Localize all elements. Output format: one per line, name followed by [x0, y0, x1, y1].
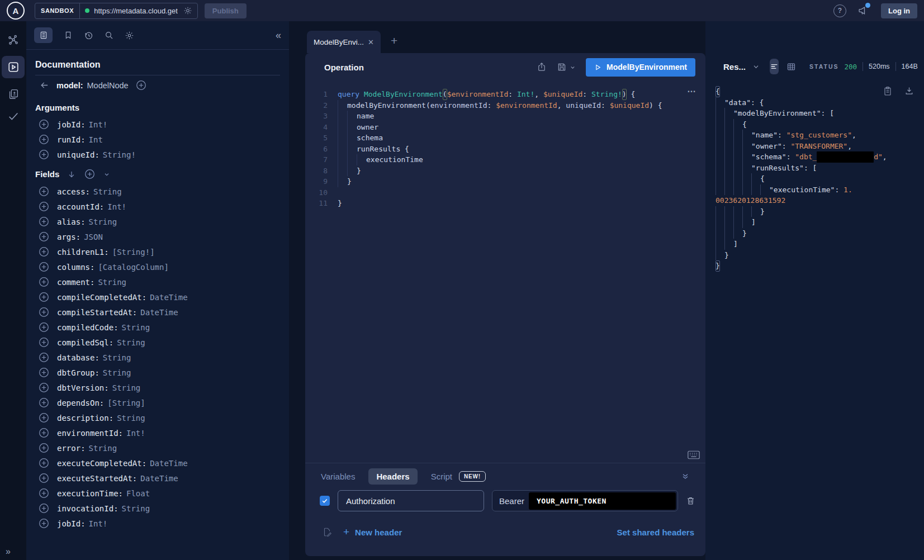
argument-type[interactable]: Int! [89, 120, 108, 129]
keyboard-shortcuts-icon[interactable] [688, 450, 700, 459]
add-to-query-plus-icon[interactable] [39, 149, 49, 160]
add-to-query-plus-icon[interactable] [39, 458, 49, 468]
field-type[interactable]: Int! [89, 519, 108, 528]
documentation-tab-icon[interactable] [34, 27, 53, 43]
tab-headers[interactable]: Headers [368, 468, 417, 485]
field-row[interactable]: invocationId:String [35, 503, 280, 514]
header-value-field[interactable]: Bearer YOUR_AUTH_TOKEN [492, 490, 678, 511]
share-operation-icon[interactable] [537, 62, 547, 72]
field-type[interactable]: [String] [107, 398, 145, 407]
editor-more-menu-icon[interactable]: … [687, 84, 696, 94]
field-row[interactable]: accountId:Int! [35, 201, 280, 212]
argument-type[interactable]: Int [89, 135, 103, 144]
back-arrow-icon[interactable] [40, 80, 49, 90]
field-row[interactable]: access:String [35, 186, 280, 197]
field-row[interactable]: dependsOn:[String] [35, 397, 280, 408]
add-to-query-plus-icon[interactable] [39, 412, 49, 423]
field-row[interactable]: args:JSON [35, 231, 280, 242]
bookmarks-icon[interactable] [64, 31, 73, 40]
field-type[interactable]: DateTime [150, 293, 187, 302]
field-type[interactable]: Float [126, 489, 150, 498]
argument-row[interactable]: uniqueId:String! [35, 149, 280, 160]
table-view-toggle[interactable] [786, 62, 796, 72]
field-row[interactable]: alias:String [35, 216, 280, 227]
endpoint-url[interactable]: https://metadata.cloud.get [94, 7, 178, 15]
field-row[interactable]: description:String [35, 412, 280, 423]
argument-row[interactable]: jobId:Int! [35, 119, 280, 130]
fields-menu-chevron-icon[interactable] [103, 171, 110, 178]
field-type[interactable]: String [89, 217, 117, 226]
endpoint-settings-gear-icon[interactable] [183, 6, 192, 15]
tab-variables[interactable]: Variables [321, 472, 355, 481]
collapse-panel-icon[interactable]: « [276, 30, 281, 41]
add-to-query-plus-icon[interactable] [39, 322, 49, 333]
copy-response-icon[interactable] [883, 86, 892, 96]
collapse-request-panel-icon[interactable] [681, 472, 690, 481]
login-button[interactable]: Log in [881, 3, 917, 18]
close-tab-icon[interactable]: ✕ [368, 38, 374, 46]
add-to-query-plus-icon[interactable] [39, 443, 49, 453]
field-row[interactable]: comment:String [35, 277, 280, 287]
field-row[interactable]: jobId:Int! [35, 518, 280, 529]
field-row[interactable]: database:String [35, 352, 280, 363]
add-to-query-plus-icon[interactable] [39, 397, 49, 408]
add-to-query-plus-icon[interactable] [39, 307, 49, 317]
argument-row[interactable]: runId:Int [35, 134, 280, 145]
field-type[interactable]: String [103, 368, 131, 377]
field-row[interactable]: compiledSql:String [35, 337, 280, 348]
tree-view-toggle[interactable] [770, 59, 779, 74]
announcements-button[interactable] [857, 5, 869, 16]
set-shared-headers-link[interactable]: Set shared headers [617, 528, 694, 537]
add-all-fields-icon[interactable] [136, 80, 146, 91]
add-to-query-plus-icon[interactable] [39, 292, 49, 302]
add-to-query-plus-icon[interactable] [39, 352, 49, 363]
response-dropdown-chevron-icon[interactable] [752, 63, 760, 70]
field-row[interactable]: executeCompletedAt:DateTime [35, 458, 280, 468]
field-row[interactable]: error:String [35, 443, 280, 453]
operation-tab[interactable]: ModelByEnvi... ✕ [307, 31, 381, 53]
response-body[interactable]: {"data": {"modelByEnvironment": [{"name"… [705, 78, 924, 272]
search-icon[interactable] [105, 31, 113, 40]
add-to-query-plus-icon[interactable] [39, 277, 49, 287]
edit-headers-raw-icon[interactable] [322, 527, 332, 537]
graphql-editor[interactable]: 1query ModelByEnvironment($environmentId… [305, 81, 705, 463]
download-response-icon[interactable] [904, 86, 914, 96]
header-enabled-checkbox[interactable] [320, 496, 330, 506]
add-to-query-plus-icon[interactable] [39, 201, 49, 212]
delete-header-icon[interactable] [686, 496, 695, 506]
field-type[interactable]: DateTime [150, 459, 187, 468]
add-to-query-plus-icon[interactable] [39, 518, 49, 529]
field-row[interactable]: childrenL1:[String!] [35, 246, 280, 257]
field-row[interactable]: dbtVersion:String [35, 382, 280, 393]
endpoint-url-field[interactable]: https://metadata.cloud.get [80, 3, 197, 18]
field-type[interactable]: String [122, 504, 150, 513]
field-row[interactable]: executeStartedAt:DateTime [35, 473, 280, 483]
add-to-query-plus-icon[interactable] [39, 382, 49, 393]
add-to-query-plus-icon[interactable] [39, 488, 49, 499]
field-row[interactable]: compileCompletedAt:DateTime [35, 292, 280, 302]
help-icon[interactable]: ? [833, 4, 846, 17]
add-to-query-plus-icon[interactable] [39, 119, 49, 130]
field-row[interactable]: columns:[CatalogColumn] [35, 262, 280, 272]
add-to-query-plus-icon[interactable] [39, 134, 49, 145]
checks-nav-icon[interactable] [0, 105, 26, 127]
field-type[interactable]: String [117, 414, 145, 423]
field-type[interactable]: String [98, 278, 126, 287]
add-to-query-plus-icon[interactable] [39, 216, 49, 227]
header-name-input[interactable] [338, 490, 484, 511]
field-row[interactable]: executionTime:Float [35, 488, 280, 499]
add-to-query-plus-icon[interactable] [39, 246, 49, 257]
collections-nav-icon[interactable] [0, 83, 26, 105]
add-to-query-plus-icon[interactable] [39, 337, 49, 348]
new-tab-icon[interactable]: + [391, 35, 397, 46]
explorer-nav-icon[interactable] [2, 56, 25, 78]
field-type[interactable]: Int! [107, 202, 126, 211]
schema-nav-icon[interactable] [0, 29, 26, 51]
history-icon[interactable] [84, 31, 93, 40]
tab-script[interactable]: Script [431, 472, 452, 481]
new-header-button[interactable]: + New header [343, 526, 402, 538]
field-type[interactable]: [String!] [112, 248, 155, 257]
field-type[interactable]: String [122, 323, 150, 332]
publish-button[interactable]: Publish [205, 3, 247, 18]
field-type[interactable]: DateTime [140, 308, 178, 317]
